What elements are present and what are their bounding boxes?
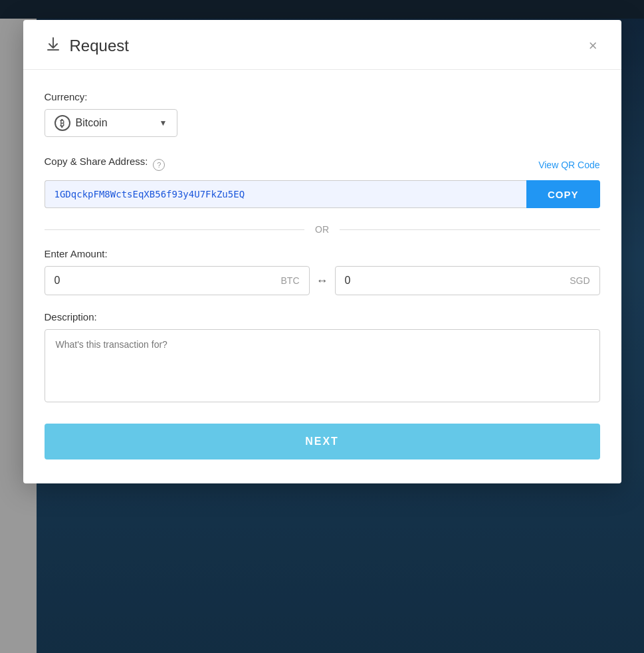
chevron-down-icon: ▼ — [160, 118, 167, 128]
help-icon[interactable]: ? — [153, 159, 165, 171]
sgd-amount-input[interactable] — [345, 275, 565, 287]
address-label-group: Copy & Share Address: ? — [45, 156, 165, 174]
description-section: Description: — [45, 311, 600, 405]
or-line-left — [45, 229, 305, 230]
btc-amount-input[interactable] — [54, 275, 276, 287]
currency-select[interactable]: ₿ Bitcoin ▼ — [45, 109, 177, 137]
next-button[interactable]: NEXT — [45, 424, 600, 459]
description-textarea[interactable] — [45, 329, 600, 402]
currency-section: Currency: ₿ Bitcoin ▼ — [45, 91, 600, 137]
or-line-right — [340, 229, 600, 230]
sgd-amount-field: SGD — [335, 266, 600, 295]
modal-body: Currency: ₿ Bitcoin ▼ Copy & Share Addre… — [23, 70, 621, 483]
or-divider: OR — [45, 224, 600, 235]
request-modal: Request × Currency: ₿ Bitcoin ▼ — [23, 20, 621, 483]
or-text: OR — [315, 224, 329, 235]
btc-icon: ₿ — [54, 115, 70, 131]
swap-icon: ↔ — [316, 274, 328, 288]
modal-title: Request — [70, 37, 129, 55]
view-qr-link[interactable]: View QR Code — [538, 160, 599, 170]
description-label: Description: — [45, 311, 600, 323]
modal-overlay: Request × Currency: ₿ Bitcoin ▼ — [0, 0, 644, 653]
address-input[interactable] — [45, 180, 526, 208]
address-label: Copy & Share Address: — [45, 156, 148, 167]
currency-label: Currency: — [45, 91, 600, 102]
btc-currency-label: BTC — [281, 275, 300, 286]
modal-header: Request × — [23, 20, 621, 70]
copy-button[interactable]: COPY — [526, 180, 600, 208]
btc-amount-field: BTC — [45, 266, 310, 295]
address-section: Copy & Share Address: ? View QR Code COP… — [45, 156, 600, 208]
address-input-row: COPY — [45, 180, 600, 208]
currency-name: Bitcoin — [76, 117, 154, 129]
amount-inputs: BTC ↔ SGD — [45, 266, 600, 295]
request-icon — [45, 36, 62, 56]
address-header: Copy & Share Address: ? View QR Code — [45, 156, 600, 174]
close-button[interactable]: × — [586, 36, 600, 56]
amount-section: Enter Amount: BTC ↔ SGD — [45, 248, 600, 295]
sgd-currency-label: SGD — [570, 275, 590, 286]
header-left: Request — [45, 36, 129, 56]
amount-label: Enter Amount: — [45, 248, 600, 259]
